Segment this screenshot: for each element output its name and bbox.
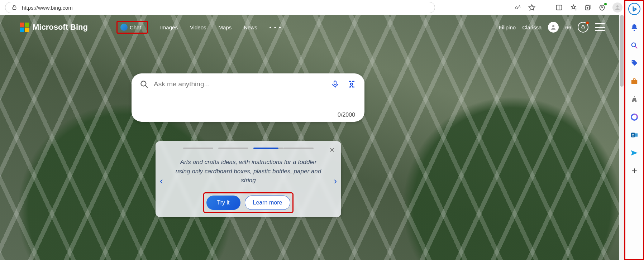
sidebar-search-icon[interactable] — [629, 40, 640, 51]
search-input[interactable] — [154, 80, 325, 88]
carousel-dot-4[interactable] — [283, 148, 314, 149]
favorites-list-icon[interactable] — [569, 4, 577, 11]
profile-avatar-icon[interactable] — [612, 3, 622, 13]
close-icon[interactable]: ✕ — [329, 146, 335, 154]
carousel-indicators — [171, 148, 325, 149]
brand-text: Microsoft Bing — [33, 23, 88, 32]
svg-text:O: O — [632, 134, 634, 137]
favorite-icon[interactable] — [528, 4, 536, 11]
shopping-icon[interactable] — [598, 4, 606, 11]
svg-rect-21 — [631, 80, 638, 84]
suggestion-carousel: ✕ ‹ › Arts and crafts ideas, with instru… — [156, 141, 341, 217]
edge-sidebar: O — [624, 0, 644, 260]
nav-images[interactable]: Images — [160, 24, 178, 30]
carousel-dot-3[interactable] — [253, 148, 278, 149]
rewards-points[interactable]: 66 — [565, 24, 571, 30]
sidebar-outlook-icon[interactable]: O — [629, 130, 640, 140]
browser-toolbar: Aᴬ ⋯ — [0, 0, 644, 15]
search-box: 0/2000 — [132, 73, 364, 122]
try-it-button[interactable]: Try it — [206, 196, 240, 210]
nav-chat-label: Chat — [130, 24, 141, 30]
microsoft-logo-icon — [20, 23, 29, 32]
svg-point-13 — [141, 81, 146, 86]
read-aloud-icon[interactable]: Aᴬ — [514, 4, 521, 11]
nav-chat[interactable]: Chat — [120, 23, 145, 32]
user-avatar-icon[interactable] — [548, 22, 559, 33]
svg-point-10 — [616, 5, 619, 8]
sidebar-notifications-icon[interactable] — [629, 22, 640, 33]
sidebar-m365-icon[interactable] — [629, 112, 640, 122]
search-icon — [139, 80, 149, 89]
header-right: Filipino Clarissa 66 — [499, 22, 605, 33]
highlight-chat: Chat — [116, 21, 148, 34]
character-count: 0/2000 — [139, 112, 357, 118]
address-bar[interactable] — [5, 2, 435, 13]
nav-maps[interactable]: Maps — [218, 24, 232, 30]
image-search-icon[interactable] — [347, 79, 357, 89]
bing-logo[interactable]: Microsoft Bing — [20, 23, 88, 32]
rewards-icon[interactable] — [578, 22, 588, 33]
carousel-next-icon[interactable]: › — [334, 175, 337, 187]
background-overlay — [0, 15, 624, 260]
split-screen-icon[interactable] — [555, 4, 563, 11]
nav-more[interactable]: • • • — [269, 24, 282, 30]
svg-marker-1 — [529, 5, 535, 10]
carousel-dot-2[interactable] — [218, 148, 248, 149]
svg-rect-24 — [635, 133, 638, 136]
url-input[interactable] — [22, 5, 430, 11]
site-info-icon[interactable] — [10, 4, 18, 11]
voice-search-icon[interactable] — [330, 79, 340, 89]
sidebar-add-icon[interactable] — [629, 165, 640, 176]
sidebar-shopping-tag-icon[interactable] — [629, 58, 640, 69]
svg-point-20 — [633, 61, 634, 62]
collections-icon[interactable] — [584, 4, 592, 11]
carousel-prev-icon[interactable]: ‹ — [160, 175, 163, 187]
sidebar-send-icon[interactable] — [629, 148, 640, 158]
learn-more-button[interactable]: Learn more — [245, 196, 291, 210]
svg-point-11 — [552, 25, 554, 27]
language-label[interactable]: Filipino — [499, 24, 516, 30]
nav-links: Chat Images Videos Maps News • • • — [116, 21, 282, 34]
svg-line-14 — [145, 85, 147, 87]
chat-icon — [120, 24, 128, 31]
nav-videos[interactable]: Videos — [190, 24, 206, 30]
scrollbar-thumb[interactable] — [620, 15, 624, 87]
sidebar-games-icon[interactable] — [629, 94, 640, 105]
svg-line-19 — [635, 46, 637, 48]
page-viewport: Microsoft Bing Chat Images Videos Maps N… — [0, 15, 624, 260]
browser-actions: Aᴬ ⋯ — [511, 3, 639, 13]
bing-header: Microsoft Bing Chat Images Videos Maps N… — [0, 19, 619, 35]
nav-news[interactable]: News — [244, 24, 257, 30]
carousel-text: Arts and crafts ideas, with instructions… — [171, 158, 325, 185]
svg-point-18 — [632, 43, 636, 47]
user-name[interactable]: Clarissa — [522, 24, 542, 30]
hamburger-menu-icon[interactable] — [595, 23, 605, 31]
svg-marker-4 — [571, 5, 576, 9]
highlight-buttons: Try it Learn more — [203, 192, 294, 213]
svg-rect-15 — [334, 81, 336, 85]
carousel-dot-1[interactable] — [183, 148, 213, 149]
sidebar-bing-icon[interactable] — [628, 3, 640, 15]
svg-point-17 — [350, 83, 353, 85]
svg-rect-0 — [13, 7, 16, 10]
page-scrollbar[interactable] — [619, 15, 624, 260]
sidebar-tools-icon[interactable] — [629, 76, 640, 87]
